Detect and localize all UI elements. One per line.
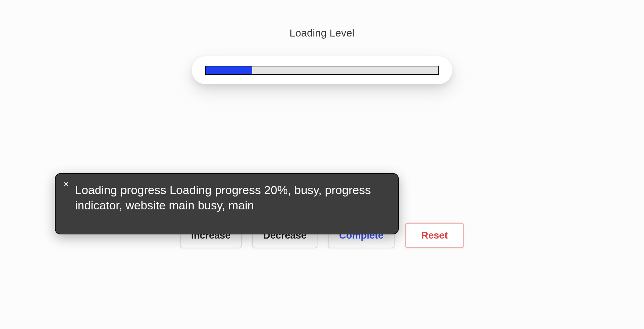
tooltip-text: Loading progress Loading progress 20%, b…: [75, 182, 388, 213]
close-icon[interactable]: ✕: [63, 181, 69, 188]
page-title: Loading Level: [290, 27, 355, 39]
progress-bar-fill: [206, 66, 252, 74]
reset-button[interactable]: Reset: [405, 223, 464, 248]
accessibility-tooltip: ✕ Loading progress Loading progress 20%,…: [55, 173, 399, 234]
main-container: Loading Level: [0, 0, 644, 84]
progress-bar: [205, 66, 439, 75]
progress-card: [192, 56, 452, 84]
